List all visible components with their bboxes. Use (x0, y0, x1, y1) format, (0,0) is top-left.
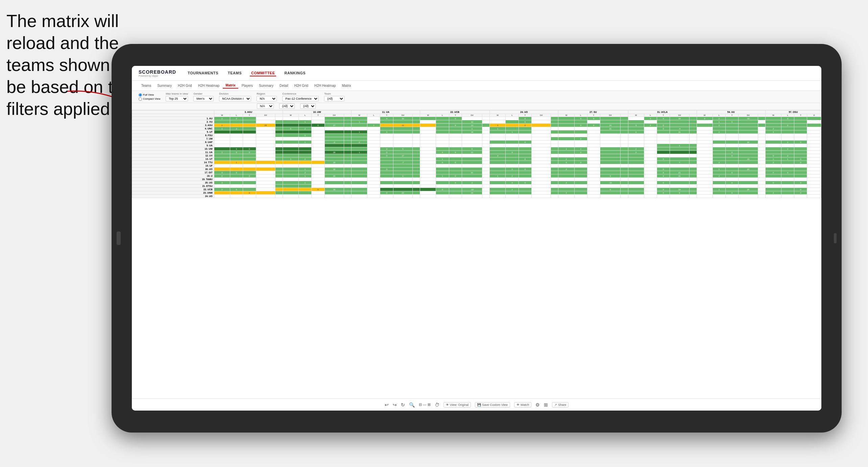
compact-view-radio[interactable] (139, 97, 142, 101)
division-select[interactable]: NCAA Division I (219, 96, 251, 101)
conf-secondary-select[interactable]: (All) (279, 103, 295, 109)
undo-icon[interactable]: ↩ (385, 402, 389, 408)
cell (243, 117, 256, 120)
cell: 0 (352, 141, 367, 144)
cell: 2 (765, 127, 781, 130)
cell (324, 144, 344, 147)
watch-button[interactable]: 👁 Watch (514, 402, 531, 408)
nav-tournaments[interactable]: TOURNAMENTS (186, 70, 220, 76)
redo-icon[interactable]: ↪ (393, 402, 397, 408)
cell (420, 151, 436, 154)
cell (324, 191, 344, 195)
cell: 3 (697, 117, 713, 120)
cell (393, 151, 412, 154)
cell (367, 127, 380, 130)
cell (807, 178, 821, 181)
sub-tab-h2hgrid1[interactable]: H2H Grid (175, 83, 195, 88)
cell: 3 (490, 124, 506, 127)
cell (352, 164, 367, 168)
conference-select[interactable]: Pac-12 Conference (282, 96, 319, 101)
cell (490, 191, 506, 195)
cell (726, 161, 739, 164)
cell: 5 (393, 147, 412, 151)
timer-icon[interactable]: ⏱ (435, 402, 439, 408)
cell (436, 134, 449, 137)
cell (574, 130, 587, 134)
cell (587, 185, 600, 188)
sub-tab-players[interactable]: Players (239, 83, 256, 88)
gender-select[interactable]: Men's (193, 96, 214, 101)
cell: 1 (299, 168, 312, 171)
region-secondary-select[interactable]: N/A (257, 103, 274, 109)
cell: 2 (506, 174, 519, 178)
cell (393, 168, 412, 171)
share-button[interactable]: ↗ Share (552, 402, 569, 408)
cell (243, 168, 256, 171)
cell (214, 130, 230, 134)
cell (697, 144, 713, 147)
matrix-scroll[interactable]: 3. ASU 10. UW 11. UA 22. UCB 24. UO 27. … (132, 110, 821, 398)
cell (490, 185, 506, 188)
cell (689, 191, 697, 195)
team-secondary-select[interactable]: (All) (300, 103, 316, 109)
cell: 0 (214, 174, 230, 178)
grid-icon[interactable]: ⊞ (544, 402, 548, 408)
zoom-control[interactable]: ⊟ — ⊞ (419, 402, 431, 407)
full-view-radio[interactable] (139, 93, 142, 97)
sub-tab-h2hheatmap1[interactable]: H2H Heatmap (195, 83, 222, 88)
settings-icon[interactable]: ⚙ (535, 402, 540, 408)
cell (413, 168, 420, 171)
max-teams-select[interactable]: Top 25 (166, 96, 188, 101)
sub-tab-summary2[interactable]: Summary (256, 83, 276, 88)
cell (449, 144, 462, 147)
cell: 0 (243, 151, 256, 154)
cell: 1 (299, 120, 312, 124)
cell (697, 178, 713, 181)
cell (657, 178, 670, 181)
cell (413, 185, 420, 188)
cell (275, 181, 283, 185)
sub-tab-detail[interactable]: Detail (277, 83, 291, 88)
cell (299, 185, 312, 188)
cell: 2 (781, 124, 794, 127)
cell (531, 178, 551, 181)
nav-committee[interactable]: COMMITTEE (250, 70, 276, 76)
cell (657, 154, 670, 157)
sub-tab-summary1[interactable]: Summary (154, 83, 174, 88)
cell (367, 171, 380, 174)
cell (519, 164, 531, 168)
team-select[interactable]: (All) (324, 96, 344, 101)
cell (670, 195, 689, 198)
cell: 3 (765, 130, 781, 134)
view-original-button[interactable]: 👁 View: Original (443, 402, 471, 408)
zoom-out-icon[interactable]: 🔍 (409, 402, 415, 408)
cell (283, 181, 298, 185)
cell (506, 195, 519, 198)
sub-tab-matrix1[interactable]: Matrix (223, 83, 238, 89)
cell (621, 120, 628, 124)
cell (380, 124, 393, 127)
region-select[interactable]: N/A (257, 96, 277, 101)
cell: 0 (726, 171, 739, 174)
cell (352, 185, 367, 188)
sub-tab-h2hgrid2[interactable]: H2H Grid (291, 83, 311, 88)
full-view-label: Full View (143, 93, 154, 96)
cell (243, 157, 256, 161)
cell (697, 147, 713, 151)
nav-rankings[interactable]: RANKINGS (283, 70, 307, 76)
cell: 2 (558, 157, 574, 161)
save-custom-button[interactable]: 💾 Save Custom View (475, 402, 510, 408)
nav-teams[interactable]: TEAMS (226, 70, 243, 76)
cell: 1 (713, 120, 725, 124)
sub-tab-h2hheatmap2[interactable]: H2H Heatmap (312, 83, 338, 88)
refresh-icon[interactable]: ↻ (401, 402, 405, 408)
row-header-uo: 16. UO (132, 168, 214, 171)
cell (380, 127, 393, 130)
cell (531, 154, 551, 157)
cell: 1 (490, 127, 506, 130)
cell (380, 157, 393, 161)
cell (275, 124, 283, 127)
sub-tab-matrix2[interactable]: Matrix (339, 83, 354, 88)
sub-tab-teams[interactable]: Teams (139, 83, 154, 88)
cell: 0 (657, 191, 670, 195)
